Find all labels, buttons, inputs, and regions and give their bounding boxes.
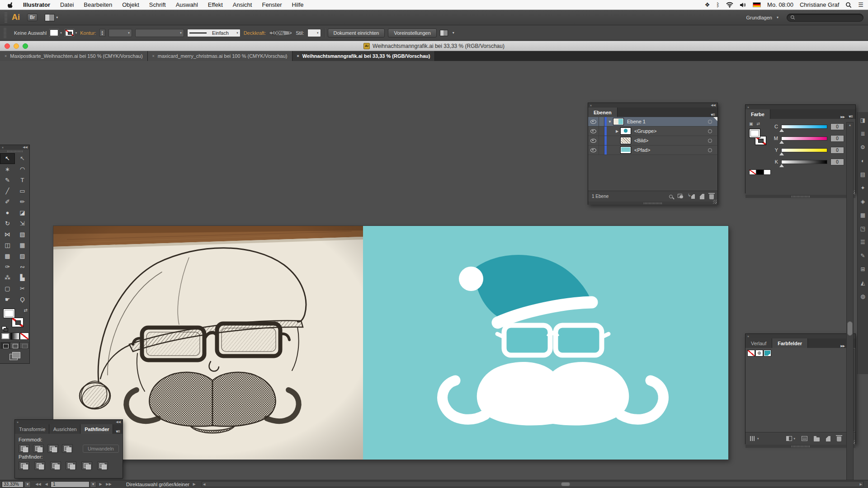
black-swatch[interactable] (756, 169, 764, 175)
last-artboard-button[interactable]: ▶▶ (105, 481, 113, 487)
tool-eyedropper[interactable]: ✑ (0, 262, 15, 272)
pathfinder-outline-button[interactable] (81, 461, 92, 470)
layer-row-bild[interactable]: <Bild> (588, 136, 717, 145)
slider-marker[interactable] (779, 141, 784, 144)
layer-thumbnail[interactable] (620, 146, 631, 154)
tool-perspective-grid[interactable]: ▦ (15, 240, 30, 251)
style-combo[interactable]: ▾ (307, 29, 321, 37)
vertical-scrollbar[interactable]: ▲ ▼ (846, 122, 854, 488)
gradient-button[interactable] (10, 333, 19, 340)
pathfinder-trim-button[interactable] (34, 461, 45, 470)
arrange-documents-icon[interactable] (45, 14, 55, 21)
zoom-level-field[interactable]: 33,33% (2, 481, 24, 488)
lock-cell[interactable] (599, 127, 604, 136)
layer-thumbnail[interactable] (620, 127, 631, 135)
tool-scale[interactable]: ⇲ (15, 218, 30, 229)
shape-mode-intersect-button[interactable] (47, 444, 58, 453)
dock-panel-icon-12[interactable]: ⊞ (858, 265, 868, 274)
shape-mode-minus-front-button[interactable] (33, 444, 44, 453)
delete-swatch-icon[interactable] (837, 436, 841, 441)
menubar-clock[interactable]: Mo. 08:00 (767, 1, 793, 8)
menu-auswahl[interactable]: Auswahl (171, 0, 203, 9)
layers-close-icon[interactable]: × (590, 104, 592, 107)
screen-mode-button[interactable] (9, 352, 20, 360)
dock-panel-icon-9[interactable]: ◳ (858, 224, 868, 233)
draw-inside-mode-button[interactable] (19, 342, 29, 349)
color-panel-menu-icon[interactable]: ▾≡ (846, 114, 855, 119)
layer-name[interactable]: <Pfad> (634, 147, 650, 153)
shape-mode-exclude-button[interactable] (62, 444, 73, 453)
stroke-dropdown-icon[interactable]: ▾ (75, 31, 77, 35)
color-close-icon[interactable]: × (747, 106, 749, 109)
resize-grip[interactable] (713, 200, 717, 204)
visibility-eye-icon[interactable] (590, 120, 596, 124)
canvas-area[interactable]: ×◀◀ ↖↖∗◠✎T╱▭✐✏●◪↻⇲⋈▧◫▦▩▨✑∾⁂▙▢✂☛Ϙ ⇄ (0, 61, 868, 480)
target-circle-icon[interactable] (708, 148, 712, 152)
slider-marker[interactable] (779, 164, 784, 167)
layer-thumbnail[interactable] (613, 118, 624, 125)
black-slider[interactable] (781, 160, 827, 164)
tool-magic-wand[interactable]: ∗ (0, 164, 15, 175)
color-swap-icon[interactable]: ⇄ (757, 122, 760, 126)
visibility-eye-icon[interactable] (590, 139, 596, 143)
stroke-weight-stepper[interactable]: ▲▼ (99, 29, 105, 37)
tool-rectangle[interactable]: ▭ (15, 186, 30, 197)
layer-name[interactable]: Ebene 1 (627, 119, 646, 124)
scroll-right-icon[interactable]: ▶ (860, 482, 862, 487)
black-value-field[interactable]: 0 (830, 159, 844, 165)
dropbox-icon[interactable]: ❖ (705, 1, 710, 8)
dock-panel-icon-7[interactable]: ◈ (858, 197, 868, 206)
draw-behind-mode-button[interactable] (10, 342, 19, 349)
tab-ausrichten[interactable]: Ausrichten (49, 424, 81, 434)
tool-hand[interactable]: ☛ (0, 294, 15, 305)
workspace-switcher[interactable]: Grundlagen (746, 15, 772, 20)
slider-marker[interactable] (779, 129, 784, 132)
magenta-slider[interactable] (781, 136, 827, 141)
menu-objekt[interactable]: Objekt (117, 0, 144, 9)
menubar-user[interactable]: Christiane Graf (800, 1, 839, 8)
document-setup-button[interactable]: Dokument einrichten (328, 28, 385, 38)
brush-definition-combo[interactable]: Einfach▾ (187, 29, 241, 37)
stroke-color-swatch[interactable] (65, 29, 74, 36)
swap-fill-stroke-icon[interactable]: ⇄ (24, 308, 28, 313)
tool-blob-brush[interactable]: ● (0, 207, 15, 218)
tool-line[interactable]: ╱ (0, 186, 15, 197)
tab-farbe[interactable]: Farbe (745, 109, 770, 119)
menu-schrift[interactable]: Schrift (144, 0, 171, 9)
wifi-icon[interactable] (726, 2, 733, 8)
apple-menu-icon[interactable] (7, 1, 14, 9)
dock-panel-icon-6[interactable]: ✦ (858, 183, 868, 192)
tab-pathfinder[interactable]: Pathfinder (80, 424, 113, 434)
dock-panel-icon-14[interactable]: ◍ (858, 292, 868, 301)
lock-cell[interactable] (599, 145, 604, 155)
swatch-libraries-icon[interactable] (750, 436, 755, 441)
clipping-mask-icon[interactable] (678, 194, 684, 199)
previous-artboard-button[interactable]: ◀ (42, 481, 50, 487)
zoom-dropdown-icon[interactable]: ▼ (24, 481, 31, 488)
menu-effekt[interactable]: Effekt (203, 0, 228, 9)
swatches-expand-icon[interactable]: ▶▶ (839, 344, 846, 348)
tool-rotate[interactable]: ↻ (0, 218, 15, 229)
dock-panel-icon-2[interactable]: ≣ (858, 129, 868, 138)
draw-normal-mode-button[interactable] (0, 342, 10, 349)
color-button[interactable] (1, 333, 10, 340)
locate-object-icon[interactable] (669, 195, 673, 198)
fill-dropdown-icon[interactable]: ▾ (60, 31, 62, 35)
white-swatch[interactable] (764, 169, 771, 175)
tool-selection[interactable]: ↖ (0, 153, 15, 164)
lock-cell[interactable] (599, 136, 604, 145)
visibility-eye-icon[interactable] (590, 129, 596, 133)
opacity-panel-link[interactable]: Deckkraft: (244, 30, 266, 36)
dock-panel-icon-10[interactable]: ☰ (858, 238, 868, 247)
bridge-button[interactable]: Br (27, 14, 38, 21)
tool-free-transform[interactable]: ▧ (15, 229, 30, 240)
dock-panel-icon-11[interactable]: ✎ (858, 251, 868, 260)
menu-ansicht[interactable]: Ansicht (228, 0, 257, 9)
toolbar-grip[interactable] (0, 150, 29, 153)
tab-maxipostkarte[interactable]: ×Maxipostkarte_Weihnachten.ai bei 150 % … (0, 51, 148, 61)
tab-maxicard[interactable]: ×maxicard_merry_christmas.ai bei 100 % (… (148, 51, 292, 61)
pathfinder-crop-button[interactable] (66, 461, 76, 470)
stroke-weight-combo[interactable]: ▾ (108, 29, 132, 37)
slider-marker[interactable] (779, 152, 784, 155)
tab-verlauf[interactable]: Verlauf (745, 338, 772, 348)
